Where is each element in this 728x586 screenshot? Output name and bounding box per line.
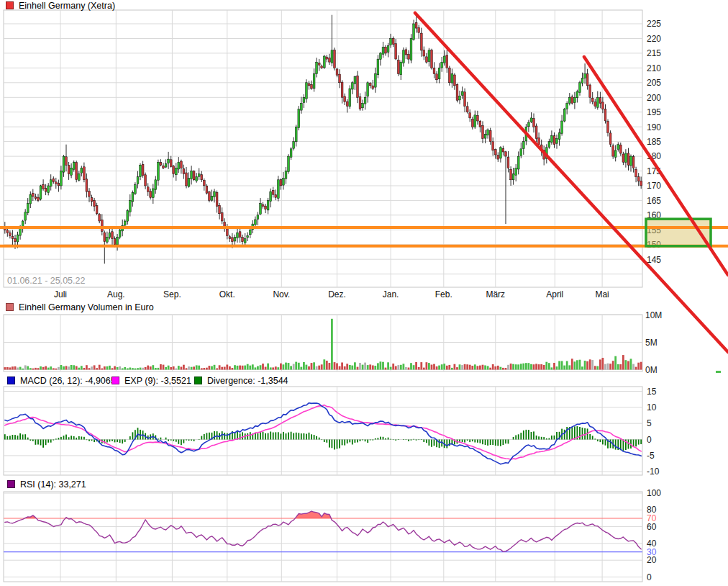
svg-text:145: 145	[647, 255, 661, 265]
svg-text:Mai: Mai	[595, 289, 609, 299]
svg-text:Okt.: Okt.	[219, 289, 235, 299]
svg-text:5: 5	[647, 418, 652, 428]
volume-legend-label: Einhell Germany Volumen in Euro	[19, 302, 154, 312]
svg-text:Nov.: Nov.	[273, 289, 290, 299]
exp-series-swatch-icon	[112, 377, 119, 384]
svg-text:10: 10	[647, 402, 657, 413]
downtrend-line	[415, 13, 728, 352]
svg-text:15: 15	[647, 387, 657, 397]
svg-text:5M: 5M	[645, 338, 658, 348]
svg-text:205: 205	[647, 78, 661, 88]
exp-value-label: EXP (9): -3,5521	[124, 376, 191, 386]
stock-chart-screen: 2252202152102052001951901851801751701651…	[0, 0, 728, 586]
date-range-label: 01.06.21 - 25.05.22	[7, 276, 85, 286]
svg-text:210: 210	[647, 63, 661, 73]
last-volume-marker	[716, 371, 721, 373]
macd-layer	[4, 403, 642, 464]
svg-text:Jan.: Jan.	[383, 289, 399, 299]
svg-text:0M: 0M	[645, 365, 658, 375]
svg-text:200: 200	[647, 93, 661, 103]
divergence-series-swatch-icon	[194, 377, 202, 384]
macd-series-swatch-icon	[7, 377, 15, 384]
svg-text:10M: 10M	[645, 310, 662, 320]
svg-text:Feb.: Feb.	[435, 289, 452, 299]
svg-text:225: 225	[647, 19, 661, 29]
svg-text:0: 0	[647, 435, 652, 445]
volume-series-swatch-icon	[6, 303, 14, 311]
rsi-layer	[5, 511, 641, 551]
axis-tick-layer: 2252202152102052001951901851801751701651…	[645, 19, 662, 582]
macd-value-label: MACD (26, 12): -4,9065	[20, 376, 116, 386]
divergence-value-label: Divergence: -1,3544	[207, 376, 288, 386]
svg-text:170: 170	[647, 181, 661, 191]
exp-legend-item: EXP (9): -3,5521	[112, 376, 191, 386]
chart-title: Einhell Germany (Xetra)	[19, 1, 115, 11]
svg-text:60: 60	[647, 522, 657, 532]
svg-text:Dez.: Dez.	[328, 289, 346, 299]
svg-text:-10: -10	[647, 466, 660, 477]
svg-text:-5: -5	[647, 451, 655, 461]
rsi-legend-row: RSI (14): 33,271	[7, 479, 86, 490]
macd-legend-row: MACD (26, 12): -4,9065 EXP (9): -3,5521 …	[7, 376, 439, 386]
svg-text:215: 215	[647, 48, 661, 58]
svg-text:April: April	[546, 289, 563, 299]
svg-text:195: 195	[647, 107, 661, 117]
svg-text:0: 0	[647, 572, 652, 582]
chart-title-row: Einhell Germany (Xetra)	[6, 1, 115, 11]
price-series-swatch-icon	[6, 1, 14, 9]
volume-bar-layer	[4, 319, 642, 370]
divergence-legend-item: Divergence: -1,3544	[194, 376, 288, 386]
macd-legend-item: MACD (26, 12): -4,9065	[7, 376, 116, 386]
annotation-layer	[0, 13, 728, 373]
svg-text:220: 220	[647, 34, 661, 44]
svg-text:190: 190	[647, 122, 661, 132]
chart-canvas: 2252202152102052001951901851801751701651…	[0, 0, 728, 586]
month-label-layer: JuliAug.Sep.Okt.Nov.Dez.Jan.Feb.MärzApri…	[54, 289, 609, 299]
svg-text:20: 20	[647, 555, 657, 565]
svg-text:100: 100	[647, 488, 661, 498]
volume-legend-row: Einhell Germany Volumen in Euro	[6, 302, 154, 312]
rsi-value-label: RSI (14): 33,271	[20, 479, 86, 490]
svg-text:165: 165	[647, 196, 661, 206]
svg-text:Sep.: Sep.	[163, 289, 181, 299]
svg-text:Juli: Juli	[54, 289, 67, 299]
svg-text:185: 185	[647, 137, 661, 147]
svg-text:Aug.: Aug.	[107, 289, 125, 299]
rsi-series-swatch-icon	[7, 480, 15, 488]
svg-text:März: März	[486, 289, 505, 299]
